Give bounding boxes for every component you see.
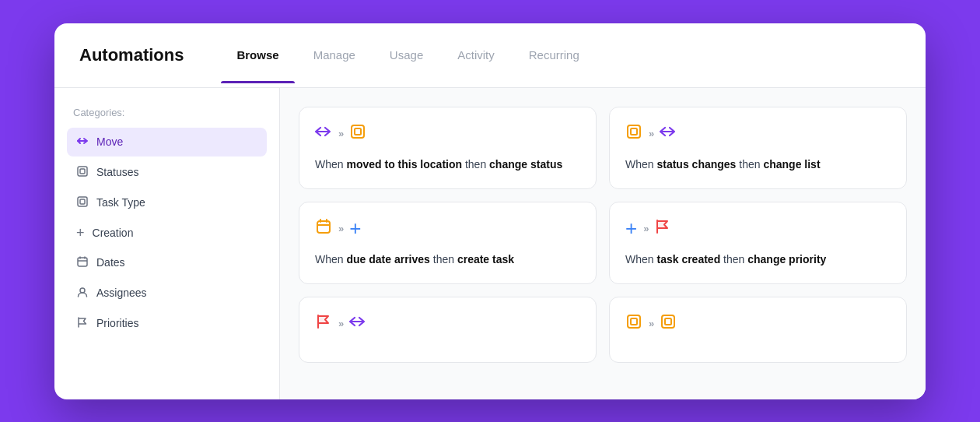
sidebar-item-task-type-label: Task Type bbox=[96, 196, 145, 209]
card-2-text: When status changes then change list bbox=[625, 156, 891, 173]
svg-rect-1 bbox=[80, 169, 85, 174]
card-5-icons: » bbox=[315, 313, 580, 334]
card-1-text: When moved to this location then change … bbox=[315, 156, 580, 173]
sidebar-item-priorities[interactable]: Priorities bbox=[67, 309, 267, 338]
svg-rect-9 bbox=[631, 128, 637, 135]
arrow-separator-5: » bbox=[338, 318, 343, 329]
move-icon-card2-right bbox=[660, 123, 677, 144]
svg-rect-12 bbox=[631, 318, 637, 325]
assignee-icon bbox=[76, 286, 89, 301]
plus-icon: + bbox=[76, 226, 85, 240]
flag-sidebar-icon bbox=[76, 316, 89, 331]
card-4-text: When task created then change priority bbox=[625, 251, 891, 268]
plus-icon-card3: + bbox=[349, 218, 361, 238]
svg-rect-2 bbox=[78, 197, 87, 206]
arrow-separator-6: » bbox=[649, 318, 653, 329]
sidebar-item-priorities-label: Priorities bbox=[96, 317, 138, 329]
move-icon-card5 bbox=[349, 313, 366, 334]
flag-icon-card4 bbox=[654, 218, 671, 239]
app-title: Automations bbox=[79, 23, 184, 87]
cards-grid: » When moved to this location then chang… bbox=[299, 107, 907, 363]
sidebar-item-dates-label: Dates bbox=[96, 256, 125, 269]
sidebar-item-move-label: Move bbox=[96, 135, 123, 148]
svg-rect-13 bbox=[662, 315, 674, 328]
tab-manage[interactable]: Manage bbox=[298, 26, 371, 83]
automation-card-3[interactable]: » + When due date arrives then create ta… bbox=[299, 202, 597, 284]
card-2-icons: » bbox=[625, 123, 891, 144]
sidebar-item-move[interactable]: Move bbox=[67, 128, 267, 156]
arrow-separator-1: » bbox=[338, 128, 343, 139]
sidebar-item-creation-label: Creation bbox=[93, 227, 134, 239]
svg-rect-6 bbox=[352, 125, 364, 138]
tab-activity[interactable]: Activity bbox=[442, 26, 510, 83]
card-4-icons: + » bbox=[625, 218, 891, 239]
status-icon-card2-left bbox=[625, 123, 642, 144]
status-icon-card6-right bbox=[660, 313, 677, 334]
status-icon-card1 bbox=[349, 123, 366, 144]
automation-card-1[interactable]: » When moved to this location then chang… bbox=[299, 107, 597, 189]
tab-recurring[interactable]: Recurring bbox=[513, 26, 595, 83]
svg-rect-7 bbox=[355, 128, 361, 135]
automation-card-6[interactable]: » bbox=[609, 297, 907, 363]
header: Automations Browse Manage Usage Activity… bbox=[54, 23, 926, 88]
svg-rect-11 bbox=[628, 315, 640, 328]
svg-rect-10 bbox=[317, 221, 330, 233]
sidebar-item-task-type[interactable]: Task Type bbox=[67, 188, 267, 217]
sidebar-item-dates[interactable]: Dates bbox=[67, 248, 267, 277]
sidebar-item-statuses-label: Statuses bbox=[96, 166, 138, 178]
plus-icon-card4: + bbox=[625, 218, 637, 238]
svg-point-5 bbox=[80, 288, 85, 293]
tab-bar: Browse Manage Usage Activity Recurring bbox=[221, 26, 901, 83]
automation-card-5[interactable]: » bbox=[299, 297, 597, 363]
calendar-icon bbox=[76, 255, 89, 270]
svg-rect-8 bbox=[628, 125, 640, 138]
svg-rect-14 bbox=[665, 318, 671, 325]
categories-label: Categories: bbox=[67, 107, 267, 118]
status-icon bbox=[76, 165, 89, 180]
svg-rect-4 bbox=[78, 258, 87, 266]
card-3-icons: » + bbox=[315, 218, 580, 239]
sidebar-item-creation[interactable]: + Creation bbox=[67, 219, 267, 247]
automation-card-4[interactable]: + » When task created then change priori… bbox=[609, 202, 907, 284]
card-6-icons: » bbox=[625, 313, 891, 334]
sidebar: Categories: Move Statuses bbox=[54, 88, 280, 399]
card-1-icons: » bbox=[315, 123, 580, 144]
main-content: » When moved to this location then chang… bbox=[280, 88, 926, 399]
status-icon-card6-left bbox=[625, 313, 642, 334]
tab-usage[interactable]: Usage bbox=[374, 26, 439, 83]
tab-browse[interactable]: Browse bbox=[221, 26, 294, 83]
arrow-separator-4: » bbox=[643, 223, 648, 234]
automation-card-2[interactable]: » When status changes then change list bbox=[609, 107, 907, 189]
arrow-separator-3: » bbox=[338, 223, 343, 234]
sidebar-item-assignees[interactable]: Assignees bbox=[67, 279, 267, 308]
task-type-icon bbox=[76, 195, 89, 210]
sidebar-item-statuses[interactable]: Statuses bbox=[67, 158, 267, 187]
svg-rect-3 bbox=[80, 199, 85, 204]
move-icon bbox=[76, 135, 89, 149]
move-icon-card1 bbox=[315, 123, 332, 144]
svg-rect-0 bbox=[78, 167, 87, 176]
card-3-text: When due date arrives then create task bbox=[315, 251, 580, 268]
sidebar-item-assignees-label: Assignees bbox=[96, 287, 147, 299]
calendar-icon-card3 bbox=[315, 218, 332, 239]
body: Categories: Move Statuses bbox=[54, 88, 926, 399]
flag-icon-card5 bbox=[315, 313, 332, 334]
app-window: Automations Browse Manage Usage Activity… bbox=[54, 23, 926, 399]
arrow-separator-2: » bbox=[649, 128, 653, 139]
